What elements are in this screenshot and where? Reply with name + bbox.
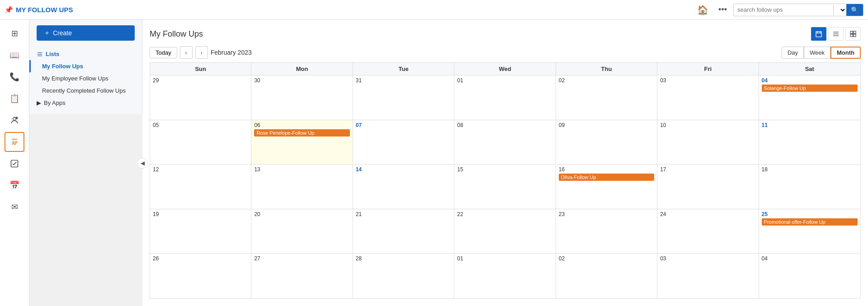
calendar-event[interactable]: Promotional offer-Follow Up bbox=[762, 218, 858, 226]
by-apps-section[interactable]: ▶ By Apps bbox=[29, 97, 142, 109]
svg-rect-9 bbox=[816, 32, 821, 37]
calendar-nav: Today ‹ › February 2023 Day Week Month bbox=[150, 46, 861, 59]
cell-date: 01 bbox=[457, 255, 552, 262]
week-button[interactable]: Week bbox=[804, 47, 830, 59]
cell-date: 11 bbox=[762, 122, 858, 128]
pin-icon: 📌 bbox=[5, 6, 13, 14]
calendar-cell[interactable]: 31 bbox=[353, 75, 454, 120]
calendar-cell[interactable]: 03 bbox=[657, 75, 759, 120]
calendar-cell[interactable]: 16Oliva-Follow Up bbox=[556, 165, 657, 209]
svg-text:+: + bbox=[16, 117, 18, 120]
sidebar-icon-grid[interactable]: ⊞ bbox=[5, 24, 24, 43]
lists-header[interactable]: Lists bbox=[29, 48, 142, 60]
search-button[interactable]: 🔍 bbox=[846, 4, 863, 16]
calendar-cell[interactable]: 02 bbox=[556, 75, 657, 120]
calendar-event[interactable]: Oliva-Follow Up bbox=[559, 174, 654, 181]
header-fri: Fri bbox=[657, 63, 759, 75]
sidebar-icon-clipboard[interactable]: 📋 bbox=[5, 89, 24, 108]
calendar-cell[interactable]: 13 bbox=[251, 165, 353, 209]
cell-date: 06 bbox=[254, 122, 349, 128]
prev-month-button[interactable]: ‹ bbox=[180, 46, 193, 59]
calendar-days-header: Sun Mon Tue Wed Thu Fri Sat bbox=[150, 63, 860, 75]
sidebar-icon-person[interactable]: + bbox=[5, 110, 24, 130]
today-button[interactable]: Today bbox=[150, 47, 177, 58]
calendar-cell[interactable]: 17 bbox=[657, 165, 759, 209]
header-thu: Thu bbox=[556, 63, 657, 75]
calendar-cell[interactable]: 05 bbox=[150, 120, 251, 165]
nav-item-my-follow-ups[interactable]: My Follow Ups bbox=[29, 60, 142, 72]
grid-view-button[interactable] bbox=[845, 27, 861, 41]
calendar-week-1: 0506Rose Penelope-Follow Up0708091011 bbox=[150, 120, 860, 165]
cell-date: 24 bbox=[660, 211, 755, 217]
calendar-event[interactable]: Solange-Follow Up bbox=[762, 85, 858, 92]
nav-item-recently-completed[interactable]: Recently Completed Follow Ups bbox=[29, 85, 142, 97]
header-wed: Wed bbox=[454, 63, 556, 75]
app-title: 📌 MY FOLLOW UPS bbox=[5, 6, 689, 14]
cell-date: 15 bbox=[457, 166, 552, 173]
calendar-view-button[interactable] bbox=[811, 27, 826, 41]
calendar-cell[interactable]: 10 bbox=[657, 120, 759, 165]
calendar-event[interactable]: Rose Penelope-Follow Up bbox=[254, 129, 349, 137]
sidebar-icon-phone[interactable]: 📞 bbox=[5, 67, 24, 87]
cell-date: 14 bbox=[356, 166, 451, 173]
calendar-week-4: 26272801020304 bbox=[150, 254, 860, 298]
calendar-cell[interactable]: 27 bbox=[251, 254, 353, 298]
view-icons bbox=[811, 27, 861, 41]
calendar-cell[interactable]: 03 bbox=[657, 254, 759, 298]
cell-date: 02 bbox=[559, 77, 654, 84]
calendar-cell[interactable]: 30 bbox=[251, 75, 353, 120]
calendar-week-0: 29303101020304Solange-Follow Up bbox=[150, 75, 860, 120]
search-dropdown[interactable] bbox=[833, 5, 846, 15]
calendar-cell[interactable]: 04Solange-Follow Up bbox=[759, 75, 860, 120]
calendar-week-2: 1213141516Oliva-Follow Up1718 bbox=[150, 165, 860, 209]
cell-date: 23 bbox=[559, 211, 654, 217]
calendar-cell[interactable]: 14 bbox=[353, 165, 454, 209]
calendar-cell[interactable]: 21 bbox=[353, 209, 454, 254]
cell-date: 07 bbox=[356, 122, 451, 128]
calendar-grid: Sun Mon Tue Wed Thu Fri Sat 293031010203… bbox=[150, 62, 861, 299]
nav-item-employee-follow-ups[interactable]: My Employee Follow Ups bbox=[29, 72, 142, 85]
next-month-button[interactable]: › bbox=[195, 46, 208, 59]
calendar-cell[interactable]: 08 bbox=[454, 120, 556, 165]
calendar-cell[interactable]: 26 bbox=[150, 254, 251, 298]
more-options-icon[interactable]: ••• bbox=[715, 3, 731, 16]
calendar-cell[interactable]: 09 bbox=[556, 120, 657, 165]
home-icon[interactable]: 🏠 bbox=[693, 3, 712, 17]
sidebar-icon-book[interactable]: 📖 bbox=[5, 45, 24, 65]
calendar-cell[interactable]: 04 bbox=[759, 254, 860, 298]
calendar-cell[interactable]: 18 bbox=[759, 165, 860, 209]
list-view-button[interactable] bbox=[828, 27, 844, 41]
collapse-sidebar-button[interactable]: ◀ bbox=[137, 158, 148, 169]
calendar-cell[interactable]: 01 bbox=[454, 75, 556, 120]
calendar-cell[interactable]: 02 bbox=[556, 254, 657, 298]
cell-date: 10 bbox=[660, 122, 755, 128]
sidebar-icon-mail[interactable]: ✉ bbox=[5, 197, 24, 217]
calendar-cell[interactable]: 19 bbox=[150, 209, 251, 254]
day-button[interactable]: Day bbox=[782, 47, 804, 59]
sidebar-icon-check[interactable] bbox=[5, 154, 24, 174]
calendar-cell[interactable]: 01 bbox=[454, 254, 556, 298]
header-tue: Tue bbox=[353, 63, 454, 75]
search-input[interactable] bbox=[734, 5, 833, 15]
calendar-cell[interactable]: 15 bbox=[454, 165, 556, 209]
calendar-cell[interactable]: 12 bbox=[150, 165, 251, 209]
chevron-right-icon: ▶ bbox=[37, 99, 41, 106]
calendar-cell[interactable]: 25Promotional offer-Follow Up bbox=[759, 209, 860, 254]
current-month-label: February 2023 bbox=[211, 49, 252, 56]
month-button[interactable]: Month bbox=[830, 47, 861, 59]
cell-date: 29 bbox=[153, 77, 248, 84]
calendar-cell[interactable]: 22 bbox=[454, 209, 556, 254]
calendar-cell[interactable]: 23 bbox=[556, 209, 657, 254]
calendar-cell[interactable]: 20 bbox=[251, 209, 353, 254]
calendar-cell[interactable]: 24 bbox=[657, 209, 759, 254]
cell-date: 04 bbox=[762, 77, 858, 84]
calendar-cell[interactable]: 06Rose Penelope-Follow Up bbox=[251, 120, 353, 165]
cell-date: 30 bbox=[254, 77, 349, 84]
sidebar-icon-followups[interactable] bbox=[5, 132, 24, 152]
sidebar-icon-calendar[interactable]: 📅 bbox=[5, 175, 24, 195]
calendar-cell[interactable]: 07 bbox=[353, 120, 454, 165]
calendar-cell[interactable]: 29 bbox=[150, 75, 251, 120]
create-button[interactable]: ＋ Create bbox=[37, 25, 135, 41]
calendar-cell[interactable]: 11 bbox=[759, 120, 860, 165]
calendar-cell[interactable]: 28 bbox=[353, 254, 454, 298]
